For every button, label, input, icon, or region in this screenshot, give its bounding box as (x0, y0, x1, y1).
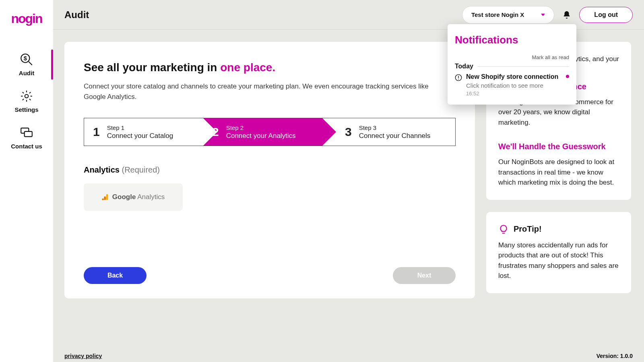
step-label: Step 3 (359, 124, 431, 131)
svg-point-8 (458, 79, 459, 80)
analytics-label: Analytics (84, 165, 120, 174)
privacy-policy-link[interactable]: privacy policy (64, 353, 102, 359)
sidebar-item-label: Contact us (11, 143, 42, 150)
protip-card: ProTip! Many stores accidentally run ads… (486, 212, 631, 293)
svg-rect-10 (104, 196, 106, 200)
step-1[interactable]: 1 Step 1 Connect your Catalog (84, 118, 203, 146)
store-selector[interactable]: Test store Nogin X (462, 6, 554, 24)
heading-subtext: Connect your store catalog and channels … (84, 81, 434, 102)
google-analytics-icon (102, 193, 109, 201)
info-icon (455, 74, 462, 81)
step-label: Step 2 (226, 124, 296, 131)
chat-icon (20, 126, 33, 140)
divider (477, 66, 569, 67)
notification-item-subtitle: Click notification to see more (466, 82, 558, 89)
bell-icon[interactable] (562, 10, 571, 19)
svg-rect-5 (25, 132, 32, 137)
gear-icon (20, 89, 33, 103)
notifications-date: Today (455, 63, 473, 70)
notifications-title: Notifications (455, 34, 569, 46)
step-desc: Connect your Channels (359, 132, 431, 140)
notification-item[interactable]: New Shopify store connection Click notif… (455, 73, 569, 97)
sidebar-item-label: Audit (19, 70, 34, 76)
analytics-section-label: Analytics (Required) (84, 165, 456, 175)
step-number: 3 (345, 125, 352, 139)
brand-logo: nogin (6, 11, 47, 26)
google-analytics-tile[interactable]: Google Analytics (84, 183, 183, 211)
svg-point-11 (102, 198, 104, 200)
heading-prefix: See all your marketing in (84, 61, 220, 74)
step-3[interactable]: 3 Step 3 Connect your Channels (322, 118, 455, 146)
svg-text:$: $ (24, 55, 27, 62)
unread-dot-icon (566, 75, 569, 78)
sidebar-item-label: Settings (14, 106, 38, 113)
logout-button[interactable]: Log out (579, 7, 633, 23)
dollar-search-icon: $ (20, 53, 33, 66)
svg-rect-9 (106, 194, 108, 200)
footer: privacy policy Version: 1.0.0 (53, 350, 644, 362)
svg-line-1 (29, 62, 32, 65)
sidebar: nogin $ Audit Settings Contact us (0, 0, 53, 362)
notification-item-title: New Shopify store connection (466, 73, 558, 80)
step-label: Step 1 (107, 124, 173, 131)
store-selected: Test store Nogin X (471, 11, 524, 18)
notifications-panel: Notifications Mark all as read Today New… (448, 24, 576, 105)
heading: See all your marketing in one place. (84, 61, 456, 74)
guesswork-body: Our NoginBots are designed to look at tr… (498, 157, 619, 188)
main-area: Audit Test store Nogin X Log out Notific… (53, 0, 644, 362)
sidebar-item-settings[interactable]: Settings (0, 83, 53, 119)
sidebar-item-audit[interactable]: $ Audit (0, 46, 53, 83)
mark-all-read[interactable]: Mark all as read (455, 54, 569, 60)
step-number: 1 (93, 125, 100, 139)
back-button[interactable]: Back (84, 267, 147, 284)
heading-accent: one place. (220, 61, 275, 74)
chevron-down-icon (541, 14, 545, 16)
page-title: Audit (64, 9, 89, 21)
content-card: See all your marketing in one place. Con… (64, 42, 475, 298)
guesswork-title: We'll Handle the Guesswork (498, 142, 619, 151)
protip-title: ProTip! (514, 224, 542, 234)
next-button: Next (393, 267, 456, 284)
sidebar-item-contact[interactable]: Contact us (0, 119, 53, 156)
step-number: 2 (212, 125, 219, 139)
lightbulb-icon (498, 224, 509, 234)
required-hint: (Required) (122, 165, 160, 174)
stepper: 1 Step 1 Connect your Catalog 2 Step 2 C… (84, 118, 456, 146)
step-2[interactable]: 2 Step 2 Connect your Analytics (203, 118, 322, 146)
svg-point-3 (25, 95, 29, 98)
step-desc: Connect your Catalog (107, 132, 173, 140)
ga-label: Google Analytics (112, 193, 165, 201)
step-desc: Connect your Analytics (226, 132, 296, 140)
notification-item-time: 16:52 (466, 90, 558, 97)
protip-body: Many stores accidentally run ads for pro… (498, 240, 619, 281)
version-label: Version: 1.0.0 (597, 353, 633, 359)
